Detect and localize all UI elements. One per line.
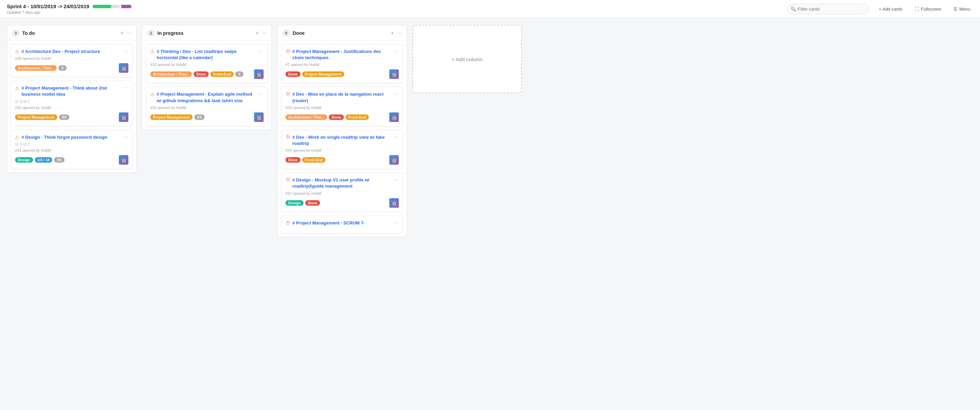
sprint-title: Sprint 4 - 10/01/2019 -> 24/01/2019 [7,3,132,9]
card-menu-button[interactable]: ··· [393,177,399,182]
card-title-wrap: ⏱# Design - Mockup V1 user profile w/ ro… [285,177,393,189]
card-menu-button[interactable]: ··· [393,48,399,54]
card-menu-button[interactable]: ··· [258,48,264,54]
column-actions: +··· [120,30,132,36]
card-menu-button[interactable]: ··· [393,220,399,225]
column-body: ⏱# Project Management - Justifications d… [278,41,407,237]
menu-icon: ☰ [953,6,958,12]
tag: Architecture / Thin... [15,65,57,71]
card-title-wrap: ⚠# Design - Think forgot password design [15,134,123,140]
card-footer: Architecture / Thin...S🤖 [15,63,128,73]
warning-icon: ⚠ [15,135,19,140]
progress-bar-fill [92,5,111,8]
column-title-wrap: 3To do [12,29,35,37]
checklist-text: 0 of 2 [20,142,30,146]
card-header-row: ⏱# Dev - Mise en place de la navigation … [285,91,399,104]
card-menu-button[interactable]: ··· [393,91,399,97]
card[interactable]: ⚠# Architecture Dev - Project structure·… [11,44,133,77]
card-title-wrap: ⚠# Project Management - Think about 2nd … [15,85,123,97]
card-title-text: # Dev - Mise en place de la navigation r… [292,91,393,104]
tag: Architecture / Thin... [285,115,327,120]
card-tags: Project ManagementXS [15,115,69,120]
card-tags: DesignUX / UIXS [15,157,65,163]
avatar: 🤖 [389,198,399,208]
card-issue: #31 opened by HubM [15,148,128,152]
progress-bar-bg [92,5,120,8]
card-header-row: ⚠# Project Management - Explain agile me… [150,91,264,104]
column-todo: 3To do+···⚠# Architecture Dev - Project … [7,25,137,173]
column-menu-button[interactable]: ··· [262,30,267,36]
card-footer: DoneFront-End🤖 [285,155,399,165]
card[interactable]: ⚠# Thinking / Dev - List roadtrips swipe… [146,44,268,83]
fullscreen-icon: ⛶ [915,6,919,12]
card-title-text: # Project Management - SCRUM T- [292,220,365,226]
card-header-row: ⚠# Project Management - Think about 2nd … [15,85,128,97]
avatar: 🤖 [119,63,128,73]
card-title-text: # Project Management - Justifications de… [292,48,393,61]
card-tags: Architecture / Thin...S [15,65,67,71]
card[interactable]: ⏱# Dev - Mise en place de la navigation … [281,87,403,126]
avatar: 🤖 [119,112,128,122]
card-menu-button[interactable]: ··· [258,91,264,97]
card-header-row: ⏱# Design - Mockup V1 user profile w/ ro… [285,177,399,189]
column-done: 9Done+···⏱# Project Management - Justifi… [277,25,407,237]
column-count: 3 [12,29,19,37]
card-issue: #29 opened by HubM [285,148,399,152]
card-title-wrap: ⏱# Dev - Mise en place de la navigation … [285,91,393,104]
card-menu-button[interactable]: ··· [123,85,128,91]
card[interactable]: ⏱# Dev - Work on single roadtrip view w/… [281,130,403,169]
checklist-text: 0 of 2 [20,99,30,104]
filter-input[interactable] [787,4,869,14]
card-header-row: ⚠# Architecture Dev - Project structure·… [15,48,128,55]
filter-input-wrap: 🔍 [787,4,869,14]
add-column-button[interactable]: + Add column [412,25,522,93]
card[interactable]: ⏱# Design - Mockup V1 user profile w/ ro… [281,172,403,212]
column-body: ⚠# Thinking / Dev - List roadtrips swipe… [142,41,272,130]
card-issue: #33 opened by HubM [150,105,264,110]
card-title-wrap: ⏱# Dev - Work on single roadtrip view w/… [285,134,393,147]
add-cards-button[interactable]: + Add cards [876,5,905,13]
card-issue: #32 opened by HubM [150,62,264,67]
card-issue: #22 opened by HubM [285,191,399,195]
add-card-button[interactable]: + [391,30,394,36]
card[interactable]: ⏱# Project Management - SCRUM T-··· [281,215,403,233]
column-title-wrap: 9Done [282,29,305,37]
fullscreen-button[interactable]: ⛶ Fullscreen [912,5,944,13]
column-menu-button[interactable]: ··· [127,30,132,36]
tag: XS [59,115,70,120]
add-card-button[interactable]: + [120,30,123,36]
column-count: 9 [282,29,290,37]
card-checklist-meta: ☑0 of 2 [15,142,128,147]
tag: Design [285,200,304,206]
card[interactable]: ⚠# Project Management - Think about 2nd … [11,81,133,126]
tag: UX / UI [35,157,52,163]
menu-button[interactable]: ☰ Menu [951,5,973,13]
card-footer: Project ManagementXS🤖 [15,112,128,122]
card-menu-button[interactable]: ··· [123,48,128,54]
card-title-text: # Project Management - Think about 2nd b… [22,85,123,97]
avatar: 🤖 [254,112,264,122]
column-actions: +··· [391,30,402,36]
progress-bar [92,5,132,8]
card-menu-button[interactable]: ··· [393,134,399,140]
column-title: To do [22,30,35,36]
card-tags: Architecture / Thin...DoneFront-EndS [150,72,243,77]
tag: S [235,72,243,77]
tag: Done [329,115,344,120]
search-icon: 🔍 [791,6,796,12]
column-menu-button[interactable]: ··· [398,30,402,36]
card-title-text: # Dev - Work on single roadtrip view w/ … [292,134,393,147]
header-left: Sprint 4 - 10/01/2019 -> 24/01/2019 Upda… [7,3,132,14]
card[interactable]: ⏱# Project Management - Justifications d… [281,44,403,83]
card-footer: Project ManagementXS🤖 [150,112,264,122]
card[interactable]: ⚠# Project Management - Explain agile me… [146,87,268,126]
card-menu-button[interactable]: ··· [123,134,128,140]
card-title-text: # Thinking / Dev - List roadtrips swipe … [157,48,258,61]
card-tags: DoneFront-End [285,157,325,163]
card[interactable]: ⚠# Design - Think forgot password design… [11,130,133,169]
card-checklist-meta: ☑0 of 2 [15,99,128,104]
card-footer: DesignUX / UIXS🤖 [15,155,128,165]
tag: XS [54,157,65,163]
column-actions: +··· [255,30,267,36]
add-card-button[interactable]: + [255,30,258,36]
